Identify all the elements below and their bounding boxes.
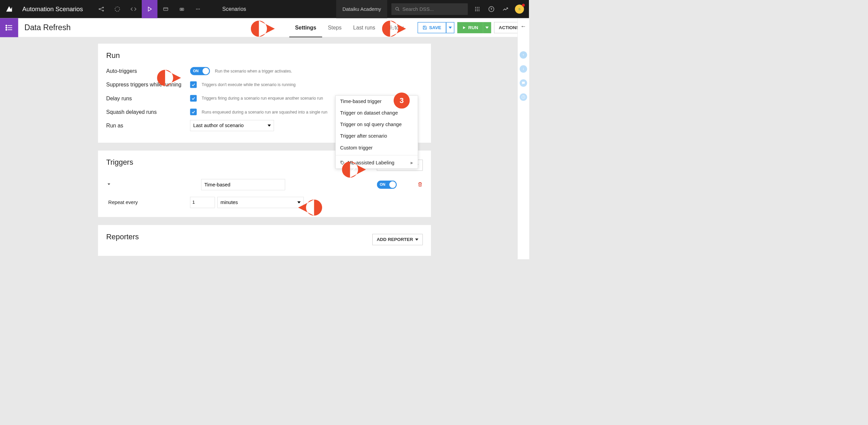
- svg-rect-6: [181, 9, 181, 10]
- svg-point-17: [478, 8, 479, 9]
- chevron-right-icon: ▸: [411, 160, 413, 166]
- caret-down-icon: [415, 239, 418, 241]
- recipe-icon[interactable]: [110, 0, 125, 18]
- dashboard-icon[interactable]: [158, 0, 173, 18]
- flow-icon[interactable]: [93, 0, 109, 18]
- svg-point-12: [475, 7, 476, 8]
- svg-point-20: [478, 10, 479, 11]
- activity-icon[interactable]: [501, 4, 510, 14]
- code-icon[interactable]: [125, 0, 141, 18]
- repeat-label: Repeat every: [108, 200, 190, 205]
- search-box[interactable]: [391, 3, 468, 15]
- save-button[interactable]: SAVE: [418, 22, 446, 33]
- annotation-badge-1: 1: [251, 21, 275, 37]
- annotation-badge-5: 5: [157, 70, 181, 86]
- dataiku-logo-icon[interactable]: [0, 5, 18, 13]
- delay-checkbox[interactable]: [190, 95, 197, 102]
- right-rail: ← + i: [517, 18, 529, 259]
- trigger-toggle[interactable]: ON: [377, 181, 397, 189]
- avatar-letter: S: [518, 7, 521, 11]
- academy-label[interactable]: Dataiku Academy: [336, 0, 387, 18]
- run-heading: Run: [106, 51, 423, 60]
- trash-icon[interactable]: [417, 182, 423, 188]
- play-icon: [462, 25, 466, 29]
- save-dropdown[interactable]: [446, 22, 454, 33]
- annotation-badge-2: 2: [342, 162, 366, 178]
- svg-point-14: [478, 7, 479, 8]
- scenario-title: Data Refresh: [18, 23, 71, 32]
- scenarios-list-button[interactable]: [0, 18, 18, 37]
- menu-item-after-scenario[interactable]: Trigger after scenario: [336, 130, 418, 142]
- ellipsis-icon[interactable]: [190, 0, 205, 18]
- svg-point-13: [477, 7, 478, 8]
- run-as-label: Run as: [106, 122, 190, 129]
- svg-point-2: [102, 10, 104, 12]
- arrow-back-icon[interactable]: ←: [520, 23, 526, 30]
- annotation-badge-6: 6: [382, 21, 406, 37]
- trigger-row: ON: [106, 177, 423, 192]
- suppress-checkbox[interactable]: [190, 81, 197, 88]
- save-icon: [422, 25, 427, 30]
- svg-point-19: [477, 10, 478, 11]
- svg-point-18: [475, 10, 476, 11]
- auto-triggers-hint: Run the scenario when a trigger activate…: [215, 69, 292, 74]
- svg-point-1: [102, 7, 104, 8]
- menu-item-dataset-change[interactable]: Trigger on dataset change: [336, 107, 418, 119]
- chat-icon[interactable]: [519, 79, 527, 87]
- menu-item-custom[interactable]: Custom trigger: [336, 142, 418, 154]
- add-reporter-button[interactable]: ADD REPORTER: [372, 234, 423, 245]
- repeat-value-input[interactable]: [190, 197, 215, 208]
- chevron-down-icon[interactable]: [106, 182, 114, 188]
- svg-point-8: [196, 8, 197, 9]
- svg-point-23: [6, 27, 7, 28]
- reporters-heading: Reporters: [106, 232, 139, 241]
- squash-label: Squash delayed runs: [106, 109, 190, 115]
- svg-point-9: [197, 8, 198, 9]
- svg-point-15: [475, 8, 476, 9]
- suppress-hint: Triggers don't execute while the scenari…: [202, 82, 296, 87]
- squash-checkbox[interactable]: [190, 109, 197, 116]
- tab-last-runs[interactable]: Last runs: [348, 18, 381, 37]
- menu-separator: [336, 155, 418, 156]
- annotation-badge-3: 3: [394, 93, 410, 109]
- trigger-name-input[interactable]: [201, 179, 285, 190]
- menu-item-sql-change[interactable]: Trigger on sql query change: [336, 119, 418, 130]
- info-icon[interactable]: i: [519, 65, 527, 73]
- search-input[interactable]: [402, 6, 464, 12]
- run-dropdown[interactable]: [483, 22, 491, 33]
- repeat-unit-select[interactable]: minutes: [217, 197, 304, 208]
- svg-point-3: [115, 7, 120, 12]
- more-icon[interactable]: [174, 0, 190, 18]
- squash-hint: Runs enqueued during a scenario run are …: [202, 109, 328, 114]
- tab-settings[interactable]: Settings: [289, 18, 322, 37]
- svg-point-24: [6, 29, 7, 30]
- add-icon[interactable]: +: [519, 51, 527, 59]
- svg-rect-7: [182, 9, 183, 10]
- delay-hint: Triggers firing during a scenario run en…: [202, 96, 323, 101]
- apps-icon[interactable]: [473, 4, 482, 14]
- svg-rect-4: [163, 8, 168, 11]
- breadcrumb[interactable]: Scenarios: [222, 6, 246, 12]
- svg-point-16: [477, 8, 478, 9]
- svg-point-10: [199, 8, 200, 9]
- auto-triggers-toggle[interactable]: ON: [190, 67, 210, 75]
- caret-down-icon: [485, 26, 489, 28]
- top-bar: Automation Scenarios Scenarios Dataiku A…: [0, 0, 529, 18]
- caret-down-icon: [449, 26, 452, 28]
- svg-point-11: [396, 7, 398, 10]
- delay-label: Delay runs: [106, 95, 190, 102]
- search-icon: [395, 6, 400, 12]
- run-button[interactable]: RUN: [457, 22, 483, 33]
- caret-down-icon: [268, 124, 271, 126]
- tab-steps[interactable]: Steps: [322, 18, 348, 37]
- clock-icon[interactable]: [519, 93, 527, 101]
- run-as-select[interactable]: Last author of scenario: [190, 120, 274, 131]
- project-title[interactable]: Automation Scenarios: [18, 5, 87, 13]
- scenarios-icon[interactable]: [142, 0, 157, 18]
- annotation-badge-4: 4: [298, 200, 322, 216]
- avatar[interactable]: S: [515, 4, 524, 14]
- help-icon[interactable]: [487, 4, 496, 14]
- reporters-panel: Reporters ADD REPORTER: [98, 225, 431, 256]
- triggers-heading: Triggers: [106, 158, 133, 167]
- svg-point-22: [6, 25, 7, 26]
